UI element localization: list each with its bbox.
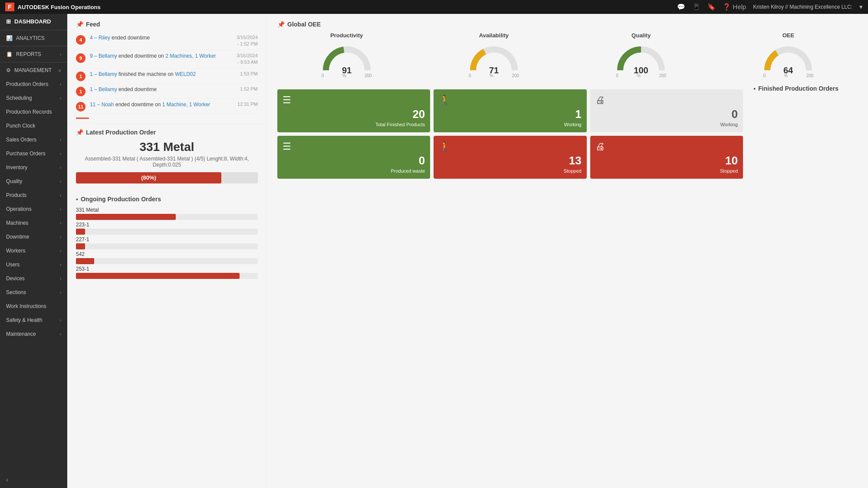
order-label: 331 Metal	[76, 207, 258, 213]
oee-gauge-labels: 0 % 200	[322, 73, 372, 78]
oee-metric-label: Productivity	[330, 32, 363, 39]
lpo-label: Latest Production Order	[86, 129, 156, 136]
oee-gauge-svg: 64	[760, 42, 816, 77]
sidebar-item-reports[interactable]: 📋 REPORTS ›	[0, 47, 67, 61]
sidebar-item-work-instructions[interactable]: Work Instructions	[0, 299, 67, 313]
oee-card-quality: Quality 100 0 % 200	[572, 32, 710, 78]
order-bar-inner	[76, 243, 85, 249]
oee-gauge-svg: 100	[613, 42, 669, 77]
sidebar-item-workers[interactable]: Workers›	[0, 244, 67, 258]
sidebar-item-label: Sales Orders	[6, 137, 36, 143]
sidebar-item-label: Production Records	[6, 109, 52, 115]
feed-user-link[interactable]: 11 – Noah	[90, 102, 114, 108]
feed-link[interactable]: 2 Machines, 1 Worker	[165, 53, 216, 59]
sidebar-item-downtime[interactable]: Downtime›	[0, 230, 67, 244]
metric-card-label: Total Finished Products	[375, 122, 425, 127]
sidebar-divider-3	[0, 62, 67, 62]
feed-user-link[interactable]: 4 – Riley	[90, 35, 110, 41]
order-bar-outer	[76, 229, 258, 235]
sidebar-item-production-records[interactable]: Production Records	[0, 105, 67, 119]
chevron-icon: ›	[60, 276, 61, 281]
oee-gauge-labels: 0 % 200	[616, 73, 666, 78]
feed-title: 📌 Feed	[76, 21, 258, 28]
sidebar-item-label: Machines	[6, 220, 28, 226]
oee-card-availability: Availability 71 0 % 200	[424, 32, 563, 78]
sidebar-item-label: Production Orders	[6, 81, 48, 87]
oee-section: 📌 Global OEE Productivity 91 0 % 200 Ava…	[267, 14, 868, 85]
sidebar-item-maintenance[interactable]: Maintenance›	[0, 327, 67, 341]
feed-user-link[interactable]: 1 – Bellamy	[90, 86, 117, 92]
feed-time: 1:53 PM	[240, 71, 258, 77]
analytics-label: ANALYTICS	[16, 35, 45, 41]
sidebar-item-label: Sections	[6, 289, 26, 295]
feed-timestamp: 12:31 PM	[237, 101, 258, 108]
order-bar-inner	[76, 214, 176, 220]
feed-link[interactable]: 1 Machine, 1 Worker	[162, 102, 210, 108]
sidebar-item-sections[interactable]: Sections›	[0, 285, 67, 299]
sidebar-item-devices[interactable]: Devices›	[0, 272, 67, 285]
feed-items: 4 4 – Riley ended downtime 3/15/2024 - 1…	[76, 32, 258, 114]
chevron-icon: ›	[60, 332, 61, 337]
metric-card-value: 13	[569, 154, 582, 167]
oee-grid: Productivity 91 0 % 200 Availability 71 …	[277, 32, 858, 78]
feed-time: - 1:52 PM	[237, 41, 258, 47]
feed-avatar: 1	[76, 72, 85, 81]
metric-card-value: 10	[725, 154, 738, 167]
sidebar-collapse-button[interactable]: ‹	[0, 472, 67, 488]
sidebar-item-label: Quality	[6, 178, 22, 184]
content-inner: 📌 Feed 4 4 – Riley ended downtime 3/15/2…	[67, 14, 868, 488]
sidebar-items: Production Orders›Scheduling›Production …	[0, 77, 67, 341]
sidebar-item-dashboard[interactable]: ⊞ DASHBOARD	[0, 14, 67, 29]
sidebar-item-analytics[interactable]: 📊 ANALYTICS	[0, 31, 67, 45]
chat-icon[interactable]: 💬	[677, 3, 685, 11]
sidebar-item-management[interactable]: ⚙ MANAGEMENT ∨	[0, 63, 67, 77]
chevron-icon: ›	[60, 262, 61, 267]
sidebar-item-products[interactable]: Products›	[0, 188, 67, 202]
chevron-icon: ›	[60, 193, 61, 198]
sidebar-item-label: Downtime	[6, 234, 29, 240]
feed-pin-icon: 📌	[76, 21, 83, 28]
bookmark-icon[interactable]: 🔖	[707, 3, 716, 11]
feed-text: 1 – Bellamy ended downtime	[90, 86, 232, 93]
sidebar-item-label: Work Instructions	[6, 303, 46, 309]
mobile-icon[interactable]: 📱	[692, 3, 700, 11]
app-logo[interactable]: F AUTODESK Fusion Operations	[5, 3, 101, 11]
feed-timestamp: 3/15/2024 - 1:52 PM	[237, 34, 258, 48]
sidebar-item-sales-orders[interactable]: Sales Orders›	[0, 133, 67, 147]
analytics-icon: 📊	[6, 35, 13, 41]
metric-card-working: 🖨 0 Working	[590, 89, 743, 132]
order-bar-inner	[76, 258, 94, 264]
dashboard-label: DASHBOARD	[14, 18, 51, 25]
sidebar-item-users[interactable]: Users›	[0, 258, 67, 272]
chevron-icon: ›	[60, 221, 61, 226]
feed-item: 1 1 – Bellamy finished the machine on WE…	[76, 69, 258, 84]
sidebar-item-quality[interactable]: Quality›	[0, 174, 67, 188]
user-dropdown-icon[interactable]: ▾	[859, 3, 863, 11]
user-info[interactable]: Kristen Kilroy // Machining Excellence L…	[753, 4, 852, 10]
metric-card-stopped: 🖨 10 Stopped	[590, 136, 743, 179]
sidebar-item-scheduling[interactable]: Scheduling›	[0, 91, 67, 105]
chevron-icon: ›	[60, 165, 61, 170]
sidebar-item-purchase-orders[interactable]: Purchase Orders›	[0, 147, 67, 160]
metric-card-icon: 🖨	[595, 141, 605, 152]
oee-max-label: 200	[806, 73, 814, 78]
sidebar-item-production-orders[interactable]: Production Orders›	[0, 77, 67, 91]
sidebar-item-safety-&-health[interactable]: Safety & Health›	[0, 313, 67, 327]
feed-link[interactable]: WELD02	[175, 71, 196, 77]
lower-right: ☰ 20 Total Finished Products 🚶 1 Working…	[267, 85, 868, 184]
metric-card-value: 0	[419, 154, 425, 167]
feed-user-link[interactable]: 9 – Bellamy	[90, 53, 117, 59]
order-bar-inner	[76, 273, 240, 279]
sidebar-item-operations[interactable]: Operations›	[0, 202, 67, 216]
feed-avatar: 4	[76, 35, 85, 45]
finished-label: Finished Production Orders	[758, 85, 838, 92]
metric-card-value: 0	[732, 108, 738, 121]
sidebar-item-inventory[interactable]: Inventory›	[0, 160, 67, 174]
sidebar-item-machines[interactable]: Machines›	[0, 216, 67, 230]
order-item: 253-1	[76, 266, 258, 279]
sidebar-item-punch-clock[interactable]: Punch Clock	[0, 119, 67, 133]
feed-user-link[interactable]: 1 – Bellamy	[90, 71, 117, 77]
metric-card-icon: ☰	[283, 95, 291, 106]
help-link[interactable]: ❓ Help	[723, 3, 746, 11]
ongoing-orders-list: 331 Metal 223-1 227-1 542 253-1	[76, 207, 258, 279]
